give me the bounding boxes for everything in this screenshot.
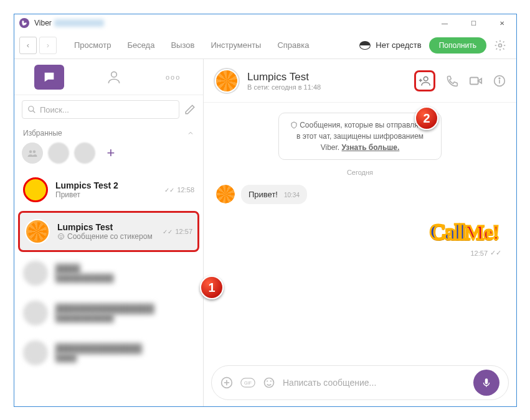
chat-header: Lumpics Test В сети: сегодня в 11:48 [204, 59, 516, 103]
sticker-time: 12:57 [470, 250, 488, 257]
menu-items: Просмотр Беседа Вызов Инструменты Справк… [74, 40, 309, 50]
chat-meta: ✓✓ 12:58 [164, 186, 194, 194]
message-bubble: Привет! 10:34 [241, 185, 307, 204]
sticker-meta: 12:57 ✓✓ [470, 249, 501, 257]
message-avatar[interactable] [216, 185, 235, 203]
header-actions [414, 70, 506, 91]
sidebar: ooo Поиск... Избранные [14, 59, 204, 406]
app-body: ooo Поиск... Избранные [14, 59, 516, 406]
search-input[interactable]: Поиск... [22, 100, 179, 119]
chat-panel: Lumpics Test В сети: сегодня в 11:48 [204, 59, 516, 406]
svg-point-0 [499, 44, 502, 47]
chat-avatar [23, 177, 48, 202]
settings-gear-icon[interactable] [494, 39, 506, 52]
sidebar-tabs: ooo [14, 59, 203, 95]
chat-item[interactable]: Lumpics Test 2 Привет ✓✓ 12:58 [14, 170, 203, 210]
sticker-button[interactable] [263, 376, 275, 389]
chat-time: 12:58 [177, 186, 194, 194]
messages-area: Сообщения, которые вы отправляете в этот… [204, 103, 516, 365]
sticker-callme: CallMe! [427, 215, 501, 249]
read-ticks-icon: ✓✓ [490, 249, 501, 257]
svg-point-9 [424, 77, 428, 81]
menu-help[interactable]: Справка [277, 40, 309, 50]
read-ticks-icon: ✓✓ [164, 187, 174, 194]
plus-icon [220, 376, 233, 389]
chat-avatar [23, 301, 48, 325]
favorites-label: Избранные [23, 129, 62, 138]
chat-preview: ████ [55, 353, 194, 362]
balance-label: Нет средств [376, 40, 421, 50]
window-title-blurred [54, 19, 104, 27]
favorites-row: + [14, 140, 203, 170]
search-placeholder: Поиск... [40, 105, 174, 114]
compose-button[interactable] [184, 104, 196, 115]
chat-list: Lumpics Test 2 Привет ✓✓ 12:58 Lumpics T… [14, 170, 203, 406]
date-separator: Сегодня [347, 169, 373, 176]
add-user-icon [419, 74, 431, 88]
svg-point-6 [59, 234, 64, 240]
tab-more[interactable]: ooo [143, 59, 203, 95]
chat-item-blurred[interactable]: ████████████████ ███████████ [14, 293, 203, 333]
search-row: Поиск... [14, 95, 203, 124]
favorite-contact[interactable] [48, 142, 69, 164]
header-avatar[interactable] [214, 68, 240, 94]
favorite-contact[interactable] [74, 142, 95, 164]
compose-icon [184, 104, 196, 115]
learn-more-link[interactable]: Узнать больше. [342, 143, 400, 152]
balance: Нет средств [359, 40, 421, 50]
tab-chats[interactable] [14, 59, 84, 95]
menubar: ‹ › Просмотр Беседа Вызов Инструменты Сп… [14, 32, 516, 59]
message-outgoing-sticker: CallMe! 12:57 ✓✓ [427, 215, 501, 257]
favorites-header: Избранные [14, 124, 203, 140]
chat-avatar [25, 219, 50, 244]
close-button[interactable]: ✕ [488, 14, 516, 32]
info-button[interactable] [493, 74, 506, 88]
minimize-button[interactable]: — [430, 14, 459, 32]
chat-name: ████████████████ [55, 304, 194, 314]
titlebar: Viber — ☐ ✕ [14, 14, 516, 32]
chevron-up-icon [187, 129, 194, 137]
chat-item-blurred[interactable]: ████ ███████████ [14, 253, 203, 293]
chat-item-blurred[interactable]: ██████████████ ████ [14, 333, 203, 373]
svg-point-4 [29, 151, 32, 154]
favorite-add-button[interactable]: + [100, 142, 121, 164]
sticker-icon [57, 233, 65, 240]
nav-back-button[interactable]: ‹ [19, 37, 37, 54]
favorites-collapse-button[interactable] [187, 129, 194, 137]
balance-icon [359, 41, 371, 50]
svg-point-1 [111, 72, 116, 77]
read-ticks-icon: ✓✓ [163, 228, 173, 235]
chat-bubble-icon [42, 70, 56, 84]
microphone-icon [481, 377, 492, 388]
svg-rect-12 [470, 77, 478, 84]
gif-button[interactable]: GIF [240, 377, 255, 388]
tab-contacts[interactable] [84, 59, 144, 95]
shield-icon [290, 121, 298, 129]
svg-text:GIF: GIF [244, 380, 252, 386]
voice-message-button[interactable] [473, 370, 499, 396]
add-participant-button[interactable] [414, 70, 435, 91]
group-icon [27, 147, 38, 159]
chat-preview: ███████████ [55, 314, 194, 322]
chat-preview: Сообщение со стикером [57, 232, 155, 241]
favorite-group[interactable] [22, 142, 43, 164]
info-icon [493, 75, 506, 87]
voice-call-button[interactable] [445, 74, 459, 88]
attach-button[interactable] [220, 376, 233, 389]
menu-view[interactable]: Просмотр [74, 40, 111, 50]
video-call-button[interactable] [469, 74, 483, 88]
maximize-button[interactable]: ☐ [459, 14, 488, 32]
viber-logo-icon [19, 18, 29, 28]
nav-forward-button[interactable]: › [39, 37, 57, 54]
menu-tools[interactable]: Инструменты [211, 40, 261, 50]
menu-conversation[interactable]: Беседа [127, 40, 154, 50]
chat-avatar [23, 261, 48, 286]
search-icon [27, 105, 36, 114]
message-input[interactable]: Написать сообщение... [283, 378, 466, 388]
topup-button[interactable]: Пополнить [429, 37, 486, 54]
window-controls: — ☐ ✕ [430, 14, 516, 32]
chat-name: ████ [55, 264, 194, 274]
svg-point-5 [33, 151, 36, 154]
menu-call[interactable]: Вызов [171, 40, 194, 50]
chat-item-selected[interactable]: Lumpics Test Сообщение со стикером ✓✓ 12… [18, 211, 199, 252]
